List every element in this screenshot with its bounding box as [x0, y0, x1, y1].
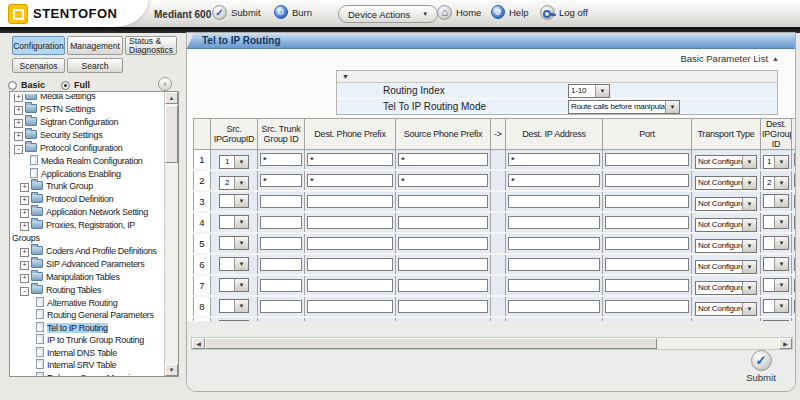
transport-select[interactable]: Not Configured▼	[695, 302, 757, 316]
dest_prefix-input[interactable]	[307, 300, 393, 313]
device-actions-dropdown[interactable]: Device Actions ▼	[338, 5, 438, 23]
tree-scrollbar-thumb[interactable]	[165, 105, 178, 163]
tree-item-pstn-settings[interactable]: +PSTN Settings	[12, 102, 164, 115]
transport-select[interactable]: Not Configured▼	[695, 281, 757, 295]
tree-item-release-cause-mapping[interactable]: Release Cause Mapping	[12, 371, 164, 377]
tree-item-routing-general-parameters[interactable]: Routing General Parameters	[12, 308, 164, 321]
source_prefix-input[interactable]	[398, 300, 488, 313]
dest_prefix-input[interactable]	[307, 216, 393, 229]
ip_profile-input[interactable]	[794, 153, 795, 166]
expand-icon[interactable]: +	[20, 248, 29, 257]
tree-item-sip-advanced-parameters[interactable]: +SIP Advanced Parameters	[12, 257, 164, 270]
expand-icon[interactable]: +	[20, 209, 29, 218]
tree-item-coders-and-profile-definitions[interactable]: +Coders And Profile Definitions	[12, 244, 164, 257]
tree-item-tel-to-ip-routing[interactable]: Tel to IP Routing	[12, 321, 164, 334]
logoff-button[interactable]: Log off	[540, 5, 588, 20]
src_trunk-input[interactable]	[260, 195, 302, 208]
horizontal-scrollbar-thumb[interactable]	[205, 338, 657, 349]
radio-basic[interactable]	[8, 81, 17, 90]
dest_ip_group-select[interactable]: ▼	[763, 215, 789, 229]
ip_profile-input[interactable]	[794, 300, 795, 313]
expand-icon[interactable]: +	[14, 94, 23, 102]
expand-icon[interactable]: +	[14, 132, 23, 141]
source_prefix-input[interactable]	[398, 279, 488, 292]
routing-mode-select[interactable]: Route calls before manipulation ▼	[568, 100, 680, 114]
ip_profile-input[interactable]	[794, 237, 795, 250]
source_prefix-input[interactable]	[398, 153, 488, 166]
src_trunk-input[interactable]	[260, 237, 302, 250]
src_ip_group-select[interactable]: ▼	[219, 215, 249, 229]
dest_ip_group-select[interactable]: ▼	[763, 257, 789, 271]
tree-item-internal-srv-table[interactable]: Internal SRV Table	[12, 358, 164, 371]
port-input[interactable]	[605, 216, 689, 229]
dest_ip-input[interactable]	[508, 174, 600, 187]
horizontal-scrollbar[interactable]: ◀ ▶	[191, 337, 793, 350]
help-button[interactable]: ? Help	[491, 5, 529, 19]
collapse-icon[interactable]: -	[14, 145, 23, 154]
tree-item-proxies-registration-ip-groups[interactable]: +Proxies, Registration, IP Groups	[12, 218, 164, 244]
submit-toolbar-button[interactable]: ✓ Submit	[212, 5, 261, 20]
basic-parameter-list-toggle[interactable]: Basic Parameter List ▲	[680, 53, 779, 64]
scroll-right-icon[interactable]: ▶	[779, 338, 792, 349]
dest_ip-input[interactable]	[508, 279, 600, 292]
collapse-sidebar-button[interactable]: ‹	[158, 77, 172, 91]
tab-management[interactable]: Management	[67, 36, 123, 55]
dest_ip-input[interactable]	[508, 216, 600, 229]
transport-select[interactable]: Not Configured▼	[695, 197, 757, 211]
expand-icon[interactable]: +	[20, 274, 29, 283]
expand-icon[interactable]: +	[20, 183, 29, 192]
source_prefix-input[interactable]	[398, 216, 488, 229]
src_trunk-input[interactable]	[260, 258, 302, 271]
src_ip_group-select[interactable]: ▼	[219, 236, 249, 250]
tree-scrollbar[interactable]: ▲ ▼	[164, 92, 178, 376]
tab-search[interactable]: Search	[67, 58, 123, 73]
src_ip_group-select[interactable]: ▼	[219, 278, 249, 292]
port-input[interactable]	[605, 153, 689, 166]
burn-button[interactable]: Burn	[274, 5, 312, 19]
tree-item-routing-tables[interactable]: -Routing Tables	[12, 283, 164, 296]
dest_prefix-input[interactable]	[307, 279, 393, 292]
port-input[interactable]	[605, 258, 689, 271]
tree-item-protocol-configuration[interactable]: -Protocol Configuration	[12, 141, 164, 154]
src_trunk-input[interactable]	[260, 174, 302, 187]
submit-button[interactable]: ✓ Submit	[741, 350, 781, 383]
src_ip_group-select[interactable]: ▼	[219, 194, 249, 208]
ip_profile-input[interactable]	[794, 258, 795, 271]
expand-icon[interactable]: +	[20, 261, 29, 270]
radio-full[interactable]	[61, 81, 70, 90]
source_prefix-input[interactable]	[398, 237, 488, 250]
src_ip_group-select[interactable]: 1▼	[219, 155, 249, 169]
transport-select[interactable]: Not Configured▼	[695, 260, 757, 274]
port-input[interactable]	[605, 237, 689, 250]
expand-icon[interactable]: +	[20, 196, 29, 205]
params-collapse-header[interactable]: ▼	[337, 71, 777, 83]
expand-icon[interactable]: +	[14, 106, 23, 115]
transport-select[interactable]: Not Configured▼	[695, 176, 757, 190]
dest_ip_group-select[interactable]: 1▼	[763, 155, 789, 169]
tree-item-media-realm-configuration[interactable]: Media Realm Configuration	[12, 154, 164, 167]
src_ip_group-select[interactable]: ▼	[219, 257, 249, 271]
port-input[interactable]	[605, 174, 689, 187]
transport-select[interactable]: Not Configured▼	[695, 239, 757, 253]
ip_profile-input[interactable]	[794, 279, 795, 292]
ip_profile-input[interactable]	[794, 195, 795, 208]
tree-item-security-settings[interactable]: +Security Settings	[12, 128, 164, 141]
dest_prefix-input[interactable]	[307, 195, 393, 208]
tree-item-ip-to-trunk-group-routing[interactable]: IP to Trunk Group Routing	[12, 333, 164, 346]
tree-item-applications-enabling[interactable]: Applications Enabling	[12, 167, 164, 180]
source_prefix-input[interactable]	[398, 174, 488, 187]
dest_ip-input[interactable]	[508, 195, 600, 208]
dest_ip-input[interactable]	[508, 258, 600, 271]
tab-configuration[interactable]: Configuration	[12, 36, 65, 55]
src_ip_group-select[interactable]: ▼	[219, 299, 249, 313]
dest_prefix-input[interactable]	[307, 174, 393, 187]
port-input[interactable]	[605, 279, 689, 292]
tree-item-application-network-setting[interactable]: +Application Network Setting	[12, 205, 164, 218]
expand-icon[interactable]: +	[20, 222, 29, 231]
ip_profile-input[interactable]	[794, 174, 795, 187]
port-input[interactable]	[605, 300, 689, 313]
dest_ip_group-select[interactable]: ▼	[763, 299, 789, 313]
tab-status-diagnostics[interactable]: Status & Diagnostics	[125, 36, 177, 55]
port-input[interactable]	[605, 195, 689, 208]
dest_ip_group-select[interactable]: ▼	[763, 194, 789, 208]
